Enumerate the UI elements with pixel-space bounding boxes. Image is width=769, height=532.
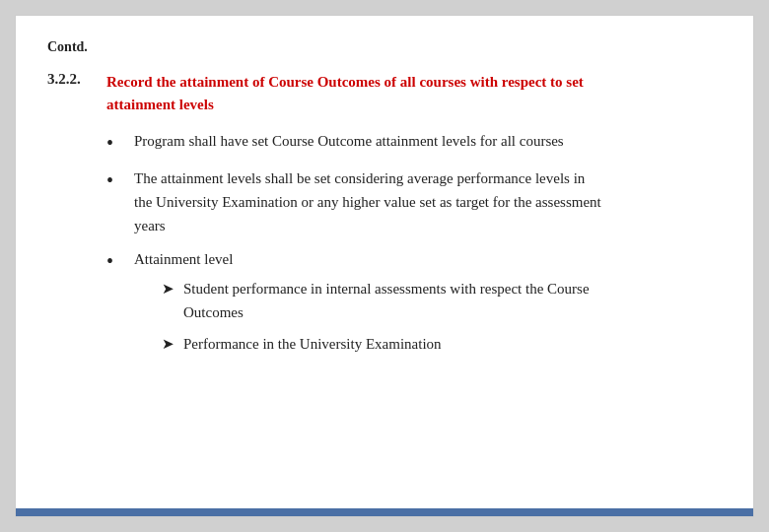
bullet-dot-3: • (106, 247, 128, 275)
section-number: 3.2.2. (47, 71, 106, 88)
sub1-line2: Outcomes (183, 304, 244, 320)
section-heading: 3.2.2. Record the attainment of Course O… (47, 71, 722, 115)
sub1-line1: Student performance in internal assessme… (183, 281, 590, 297)
arrow-icon-1: ➤ (162, 277, 183, 300)
sub-bullet-item-2: ➤ Performance in the University Examinat… (162, 332, 590, 356)
bullet2-line3: years (134, 218, 166, 233)
arrow-icon-2: ➤ (162, 332, 183, 356)
slide-container: Contd. 3.2.2. Record the attainment of C… (15, 15, 754, 517)
sub-bullet-item-1: ➤ Student performance in internal assess… (162, 277, 590, 324)
sub-bullet-text-2: Performance in the University Examinatio… (183, 332, 442, 356)
contd-label: Contd. (47, 39, 722, 55)
bullet-text-3: Attainment level (134, 251, 233, 267)
bullet-text-1: Program shall have set Course Outcome at… (134, 129, 564, 153)
section-title: Record the attainment of Course Outcomes… (106, 71, 584, 115)
bullet-item-3: • Attainment level ➤ Student performance… (106, 247, 722, 364)
bullet-item-2: • The attainment levels shall be set con… (106, 166, 722, 237)
bullet-text-2: The attainment levels shall be set consi… (134, 166, 601, 237)
bullet-dot-2: • (106, 166, 128, 194)
bullet-3-content: Attainment level ➤ Student performance i… (134, 247, 590, 364)
content-area: • Program shall have set Course Outcome … (47, 129, 722, 364)
bullet2-line1: The attainment levels shall be set consi… (134, 170, 585, 186)
bullet-dot-1: • (106, 129, 128, 157)
sub-bullets: ➤ Student performance in internal assess… (134, 277, 590, 356)
bullet2-line2: the University Examination or any higher… (134, 194, 601, 210)
section-title-line2: attainment levels (106, 97, 214, 112)
sub-bullet-text-1: Student performance in internal assessme… (183, 277, 590, 324)
section-title-line1: Record the attainment of Course Outcomes… (106, 74, 584, 90)
bullet-item-1: • Program shall have set Course Outcome … (106, 129, 722, 157)
bottom-bar (16, 508, 753, 516)
